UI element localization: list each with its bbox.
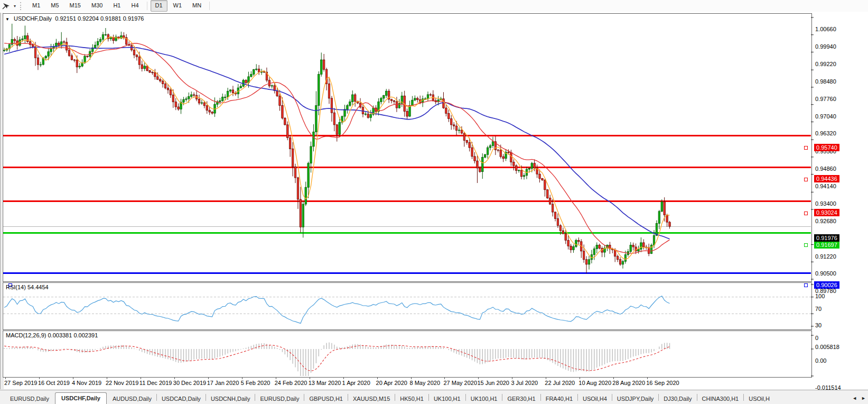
price-tick: 1.00660 — [815, 26, 836, 32]
date-label: 3 Jul 2020 — [511, 380, 538, 386]
chevron-down-icon[interactable]: ▾ — [12, 4, 18, 8]
date-tick — [377, 377, 378, 379]
tab-ger30-h1[interactable]: GER30,H1 — [502, 393, 540, 404]
tab-eurusd-daily[interactable]: EURUSD,Daily — [5, 393, 54, 404]
price-tick: 0.99940 — [815, 43, 836, 50]
date-tick — [310, 377, 310, 379]
date-tick — [411, 377, 412, 379]
tab-usoil-h[interactable]: USOil,H — [744, 393, 774, 404]
tab-xauusd-m15[interactable]: XAUUSD,M15 — [348, 393, 395, 404]
date-tick — [242, 377, 242, 379]
price-line-label: 0.90026 — [814, 281, 839, 289]
tab-usdjpy-daily[interactable]: USDJPY,Daily — [612, 393, 659, 404]
trading-terminal: ▾ M1M5M15M30H1H4D1W1MN ▼ USDCHF,Daily 0.… — [0, 0, 868, 404]
tab-uk100-h1[interactable]: UK100,H1 — [429, 393, 465, 404]
period-button-m30[interactable]: M30 — [87, 0, 107, 12]
symbol-name: USDCHF,Daily — [14, 15, 52, 22]
date-tick — [5, 377, 6, 379]
date-tick — [208, 377, 209, 379]
toolbar-separator — [209, 2, 210, 10]
price-tick: 0.93400 — [815, 200, 836, 207]
date-label: 4 Nov 2019 — [72, 380, 101, 386]
price-tick: 0.90500 — [815, 270, 836, 277]
rsi-tick: 100 — [815, 293, 825, 299]
period-button-h4[interactable]: H4 — [126, 0, 143, 12]
price-tick: 0.91220 — [815, 253, 836, 260]
tab-eurusd-daily[interactable]: EURUSD,Daily — [255, 393, 304, 404]
period-button-d1[interactable]: D1 — [151, 0, 167, 12]
rsi-tick: 0 — [815, 335, 818, 341]
timeframe-toolbar: ▾ M1M5M15M30H1H4D1W1MN — [0, 0, 868, 12]
date-label: 16 Sep 2020 — [646, 380, 679, 386]
toolbar-grip[interactable] — [20, 2, 23, 10]
date-label: 1 Apr 2020 — [342, 380, 370, 386]
tab-hk50-h1[interactable]: HK50,H1 — [395, 393, 428, 404]
date-label: 20 Apr 2020 — [376, 380, 407, 386]
price-tick: 0.99220 — [815, 61, 836, 67]
price-tick: 0.94140 — [815, 183, 836, 189]
rsi-label: RSI(14) 54.4454 — [6, 284, 49, 290]
tab-scroll-right-icon[interactable]: ► — [861, 396, 866, 401]
date-label: 10 Aug 2020 — [578, 380, 611, 386]
date-label: 13 Mar 2020 — [309, 380, 341, 386]
price-tick: 0.94860 — [815, 166, 836, 172]
price-tick: 0.92680 — [815, 218, 836, 224]
chart-menu-icon[interactable]: ▼ — [5, 17, 10, 22]
tab-usdchf-daily[interactable]: USDCHF,Daily — [55, 392, 107, 404]
period-button-w1[interactable]: W1 — [169, 0, 187, 12]
price-close: 0.91976 — [123, 15, 144, 22]
date-tick — [141, 377, 141, 379]
period-button-m1[interactable]: M1 — [27, 0, 45, 12]
date-tick — [174, 377, 175, 379]
main-price-pane[interactable] — [3, 13, 812, 282]
period-button-m15[interactable]: M15 — [65, 0, 86, 12]
tab-usoil-h4[interactable]: USOil,H4 — [578, 393, 612, 404]
period-button-m5[interactable]: M5 — [46, 0, 63, 12]
date-tick — [478, 377, 479, 379]
tab-uk100-h1[interactable]: UK100,H1 — [466, 393, 502, 404]
date-label: 24 Feb 2020 — [275, 380, 307, 386]
period-button-mn[interactable]: MN — [188, 0, 206, 12]
toolbar-separator — [147, 2, 147, 10]
date-tick — [39, 377, 40, 379]
date-label: 8 May 2020 — [410, 380, 440, 386]
crosshair-cursor-icon[interactable] — [0, 1, 12, 11]
line-handle[interactable] — [804, 283, 808, 287]
line-handle[interactable] — [804, 146, 808, 150]
date-tick — [512, 377, 512, 379]
macd-pane[interactable] — [3, 330, 812, 378]
price-tick: 0.97760 — [815, 96, 836, 102]
chart-tabs: EURUSD,DailyUSDCHF,DailyAUDUSD,DailyUSDC… — [0, 390, 868, 404]
date-label: 16 Oct 2019 — [38, 380, 70, 386]
macd-tick: 0.00 — [815, 357, 826, 364]
price-low: 0.91881 — [100, 15, 122, 22]
chart-title: ▼ USDCHF,Daily 0.92151 0.92204 0.91881 0… — [5, 15, 144, 22]
date-tick — [647, 377, 648, 379]
line-handle[interactable] — [804, 212, 808, 215]
tab-dj30-daily[interactable]: DJ30,Daily — [659, 393, 696, 404]
tab-china300-h1[interactable]: CHINA300,H1 — [697, 393, 744, 404]
tab-scroll-left-icon[interactable]: ◄ — [852, 396, 857, 401]
tab-fra40-h1[interactable]: FRA40,H1 — [541, 393, 577, 404]
chart-window: ▼ USDCHF,Daily 0.92151 0.92204 0.91881 0… — [0, 12, 868, 390]
date-label: 30 Dec 2019 — [173, 380, 206, 386]
current-price-label: 0.91976 — [814, 234, 839, 242]
price-tick: 0.96320 — [815, 130, 836, 136]
price-line-label: 0.94436 — [814, 175, 839, 182]
line-handle[interactable] — [804, 243, 808, 247]
date-tick — [343, 377, 344, 379]
macd-label: MACD(12,26,9) 0.003381 0.002391 — [6, 332, 98, 338]
date-tick — [276, 377, 276, 379]
tab-usdcad-daily[interactable]: USDCAD,Daily — [157, 393, 206, 404]
tab-audusd-daily[interactable]: AUDUSD,Daily — [108, 393, 156, 404]
date-label: 27 Sep 2019 — [4, 380, 37, 386]
tab-gbpusd-h1[interactable]: GBPUSD,H1 — [304, 393, 348, 404]
tab-usdcnh-daily[interactable]: USDCNH,Daily — [206, 393, 255, 404]
period-button-h1[interactable]: H1 — [108, 0, 125, 12]
date-tick — [613, 377, 614, 379]
rsi-pane[interactable] — [3, 282, 812, 330]
price-line-label: 0.91697 — [814, 241, 839, 249]
price-tick: 0.98480 — [815, 78, 836, 85]
date-label: 5 Feb 2020 — [241, 380, 270, 386]
line-handle[interactable] — [804, 178, 808, 181]
